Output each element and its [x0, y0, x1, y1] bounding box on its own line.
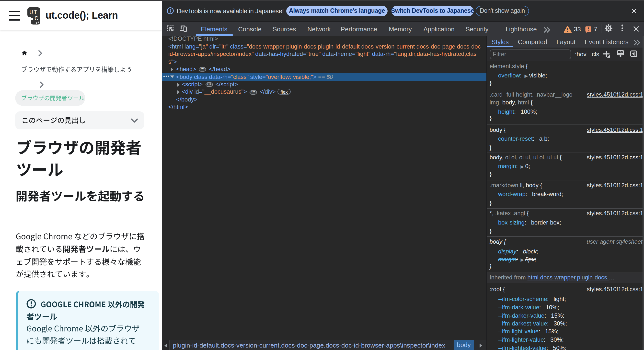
svg-text:C: C	[34, 15, 38, 22]
svg-text:U: U	[29, 9, 33, 16]
